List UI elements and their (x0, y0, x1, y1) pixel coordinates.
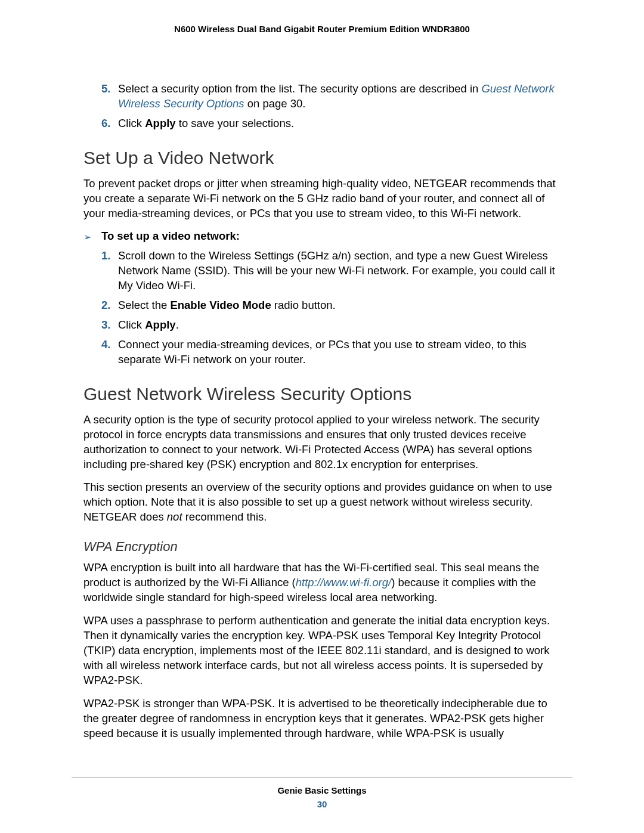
text: Select the (118, 299, 170, 311)
text: to save your selections. (176, 117, 294, 129)
external-link[interactable]: http://www.wi-fi.org/ (296, 576, 391, 589)
list-item: 4. Connect your media-streaming devices,… (101, 337, 561, 367)
footer-divider (72, 778, 572, 778)
paragraph: This section presents an overview of the… (83, 480, 561, 525)
procedure-title: ➢ To set up a video network: (83, 230, 561, 243)
paragraph: To prevent packet drops or jitter when s… (83, 176, 561, 221)
text: recommend this. (182, 510, 267, 523)
step-body: Connect your media-streaming devices, or… (118, 337, 561, 367)
emphasis: not (167, 510, 182, 523)
page-footer: Genie Basic Settings 30 (0, 785, 644, 809)
paragraph: A security option is the type of securit… (83, 413, 561, 472)
list-item: 1. Scroll down to the Wireless Settings … (101, 249, 561, 293)
step-number: 2. (101, 298, 118, 313)
paragraph: WPA encryption is built into all hardwar… (83, 561, 561, 605)
step-body: Click Apply. (118, 318, 561, 333)
ui-label: Apply (145, 117, 175, 129)
heading-security-options: Guest Network Wireless Security Options (83, 384, 561, 404)
continued-steps: 5. Select a security option from the lis… (83, 82, 561, 131)
footer-section-name: Genie Basic Settings (0, 785, 644, 795)
step-body: Select a security option from the list. … (118, 82, 561, 112)
step-number: 6. (101, 116, 118, 131)
procedure-steps: 1. Scroll down to the Wireless Settings … (83, 249, 561, 367)
step-body: Click Apply to save your selections. (118, 116, 561, 131)
step-number: 4. (101, 337, 118, 367)
heading-video-network: Set Up a Video Network (83, 148, 561, 168)
ui-label: Apply (145, 318, 175, 331)
step-body: Select the Enable Video Mode radio butto… (118, 298, 561, 313)
text: Select a security option from the list. … (118, 82, 481, 95)
step-number: 5. (101, 82, 118, 112)
text: . (176, 318, 179, 331)
paragraph: WPA uses a passphrase to perform authent… (83, 614, 561, 688)
paragraph: WPA2-PSK is stronger than WPA-PSK. It is… (83, 696, 561, 741)
step-number: 1. (101, 249, 118, 293)
document-page: N600 Wireless Dual Band Gigabit Router P… (0, 0, 644, 833)
ui-label: Enable Video Mode (170, 299, 271, 311)
list-item: 3. Click Apply. (101, 318, 561, 333)
heading-wpa-encryption: WPA Encryption (83, 539, 561, 555)
list-item: 2. Select the Enable Video Mode radio bu… (101, 298, 561, 313)
text: Click (118, 117, 145, 129)
arrow-icon: ➢ (83, 231, 101, 243)
document-header: N600 Wireless Dual Band Gigabit Router P… (83, 24, 561, 34)
procedure-label: To set up a video network: (101, 230, 240, 243)
text: This section presents an overview of the… (83, 481, 552, 523)
step-body: Scroll down to the Wireless Settings (5G… (118, 249, 561, 293)
step-number: 3. (101, 318, 118, 333)
text: Click (118, 318, 145, 331)
text: radio button. (271, 299, 336, 311)
list-item: 6. Click Apply to save your selections. (101, 116, 561, 131)
footer-page-number: 30 (0, 799, 644, 809)
text: on page 30. (244, 97, 306, 110)
list-item: 5. Select a security option from the lis… (101, 82, 561, 112)
